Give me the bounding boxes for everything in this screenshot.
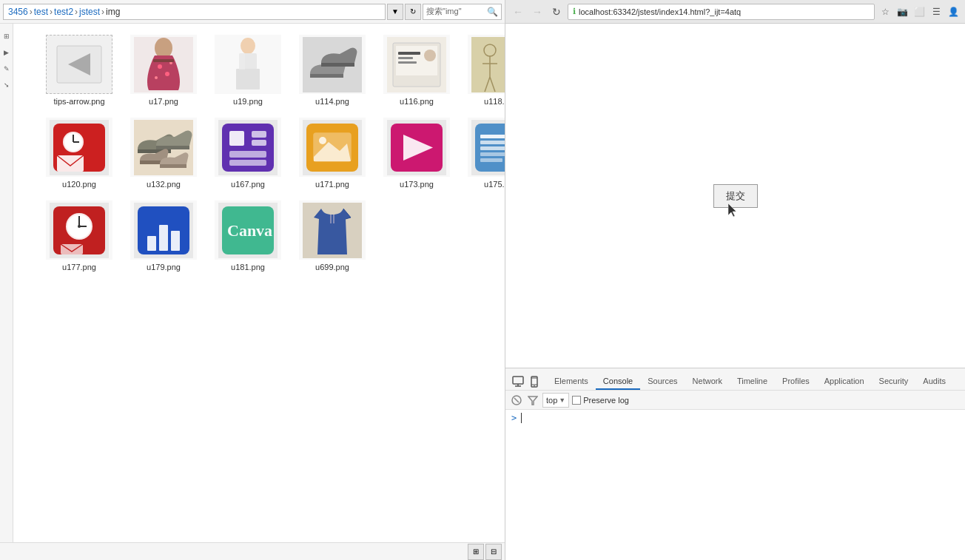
file-item-u167[interactable]: u167.png bbox=[207, 112, 289, 192]
file-item-u175[interactable]: u175.png bbox=[460, 112, 505, 192]
context-label: top bbox=[546, 396, 557, 405]
svg-rect-46 bbox=[229, 151, 266, 158]
svg-rect-22 bbox=[471, 37, 505, 92]
svg-point-69 bbox=[78, 225, 81, 228]
tab-sources[interactable]: Sources bbox=[640, 374, 685, 390]
devtools-panel: Elements Console Sources Network Timelin… bbox=[505, 368, 965, 560]
file-item-u171[interactable]: u171.png bbox=[292, 112, 373, 192]
console-prompt-line[interactable]: > bbox=[511, 413, 959, 423]
forward-btn[interactable]: → bbox=[529, 4, 545, 20]
file-item-u118[interactable]: u118.png bbox=[460, 30, 505, 109]
devtools-mobile-icon[interactable] bbox=[528, 375, 541, 388]
tab-audits[interactable]: Audits bbox=[915, 374, 953, 390]
context-selector[interactable]: top ▼ bbox=[542, 393, 569, 408]
file-thumb-u17 bbox=[130, 35, 197, 94]
svg-marker-91 bbox=[528, 397, 537, 405]
breadcrumb-refresh-btn[interactable]: ↻ bbox=[405, 4, 421, 20]
preserve-log-checkbox[interactable] bbox=[572, 396, 581, 405]
file-label-u177: u177.png bbox=[62, 263, 96, 271]
file-label-u19: u19.png bbox=[233, 97, 263, 106]
file-thumb-u181: Canva bbox=[215, 200, 281, 260]
svg-rect-43 bbox=[229, 131, 244, 146]
svg-rect-61 bbox=[480, 152, 505, 156]
file-item-u120[interactable]: u120.png bbox=[38, 112, 120, 192]
breadcrumb-path[interactable]: 3456 › test › test2 › jstest › img bbox=[3, 4, 386, 20]
file-thumb-u116 bbox=[383, 35, 450, 94]
breadcrumb-sep-1: › bbox=[30, 7, 33, 17]
tab-application[interactable]: Application bbox=[817, 374, 872, 390]
file-item-u177[interactable]: u177.png bbox=[38, 195, 120, 275]
file-thumb-u179 bbox=[130, 200, 197, 260]
file-item-u17[interactable]: u17.png bbox=[123, 30, 204, 109]
tab-network[interactable]: Network bbox=[685, 374, 730, 390]
breadcrumb-item-img[interactable]: img bbox=[106, 7, 120, 17]
breadcrumb-sep-4: › bbox=[101, 7, 104, 17]
tab-console[interactable]: Console bbox=[596, 374, 640, 390]
file-thumb-u177 bbox=[46, 200, 112, 260]
tab-security[interactable]: Security bbox=[872, 374, 916, 390]
view-grid-small-btn[interactable]: ⊟ bbox=[485, 544, 502, 560]
svg-rect-60 bbox=[480, 146, 505, 150]
browser-action-icons: ☆ 📷 ⬜ ☰ 👤 bbox=[878, 4, 961, 19]
file-item-u699[interactable]: u699.png bbox=[292, 195, 373, 275]
file-item-u179[interactable]: u179.png bbox=[123, 195, 204, 275]
file-thumb-u118 bbox=[468, 35, 505, 94]
menu-icon[interactable]: ☰ bbox=[929, 4, 944, 19]
sidebar-strip-icon-1[interactable]: ⊞ bbox=[1, 31, 12, 41]
tab-elements[interactable]: Elements bbox=[547, 374, 596, 390]
file-thumb-tips-arrow bbox=[46, 35, 112, 94]
sidebar-strip-icon-4[interactable]: ➘ bbox=[1, 80, 12, 90]
file-label-u699: u699.png bbox=[315, 263, 349, 271]
file-item-u132[interactable]: u132.png bbox=[123, 112, 204, 192]
file-item-u114[interactable]: u114.png bbox=[292, 30, 373, 109]
console-clear-btn[interactable] bbox=[510, 394, 523, 407]
breadcrumb-sep-2: › bbox=[50, 7, 53, 17]
svg-rect-82 bbox=[513, 377, 523, 384]
file-item-u173[interactable]: u173.png bbox=[376, 112, 457, 192]
devtools-console-toolbar: top ▼ Preserve log bbox=[505, 391, 965, 410]
explorer-statusbar: ⊞ ⊟ bbox=[0, 542, 505, 560]
svg-line-90 bbox=[514, 398, 519, 402]
submit-button[interactable]: 提交 bbox=[713, 184, 758, 208]
search-input[interactable] bbox=[426, 7, 485, 16]
tab-profiles[interactable]: Profiles bbox=[775, 374, 817, 390]
reload-btn[interactable]: ↻ bbox=[548, 4, 565, 20]
svg-rect-45 bbox=[252, 140, 266, 146]
console-filter-btn[interactable] bbox=[526, 394, 539, 407]
breadcrumb-item-jstest[interactable]: jstest bbox=[79, 7, 100, 17]
back-btn[interactable]: ← bbox=[510, 4, 526, 20]
user-icon[interactable]: 👤 bbox=[946, 4, 961, 19]
devtools-tabs: Elements Console Sources Network Timelin… bbox=[505, 368, 965, 391]
view-grid-large-btn[interactable]: ⊞ bbox=[468, 544, 484, 560]
bookmark-icon[interactable]: ☆ bbox=[878, 4, 892, 19]
lock-icon: ℹ bbox=[573, 7, 576, 16]
console-input-cursor bbox=[521, 413, 522, 423]
preserve-log-label[interactable]: Preserve log bbox=[572, 396, 629, 405]
screenshot-icon[interactable]: 📷 bbox=[895, 4, 909, 19]
breadcrumb-item-3456[interactable]: 3456 bbox=[8, 7, 28, 17]
sidebar-strip-icon-2[interactable]: ▶ bbox=[1, 47, 12, 58]
breadcrumb-dropdown-btn[interactable]: ▼ bbox=[387, 4, 403, 20]
devtools-inspect-icon[interactable] bbox=[511, 375, 525, 388]
file-grid: tips-arrow.png bbox=[33, 30, 499, 275]
file-item-u181[interactable]: Canva u181.png bbox=[207, 195, 289, 275]
sidebar-strip-icon-3[interactable]: ✎ bbox=[1, 64, 12, 74]
file-content-area: tips-arrow.png bbox=[13, 24, 505, 542]
tab-timeline[interactable]: Timeline bbox=[730, 374, 775, 390]
svg-rect-44 bbox=[252, 131, 266, 138]
browser-content-area: 提交 bbox=[505, 24, 965, 368]
svg-point-5 bbox=[165, 72, 169, 76]
svg-point-88 bbox=[534, 385, 535, 387]
file-item-u19[interactable]: u19.png bbox=[207, 30, 289, 109]
file-item-tips-arrow[interactable]: tips-arrow.png bbox=[38, 30, 120, 109]
file-label-u181: u181.png bbox=[231, 263, 265, 271]
file-item-u116[interactable]: u116.png bbox=[376, 30, 457, 109]
svg-point-51 bbox=[319, 137, 326, 144]
search-box[interactable]: 🔍 bbox=[423, 4, 502, 20]
devtools-dock-icon[interactable]: ⬜ bbox=[912, 4, 927, 19]
breadcrumb-item-test2[interactable]: test2 bbox=[54, 7, 73, 17]
file-thumb-u120 bbox=[46, 118, 112, 177]
search-icon: 🔍 bbox=[487, 7, 498, 17]
breadcrumb-item-test[interactable]: test bbox=[34, 7, 48, 17]
address-bar[interactable]: ℹ localhost:63342/jstest/index14.html?_i… bbox=[568, 4, 875, 20]
